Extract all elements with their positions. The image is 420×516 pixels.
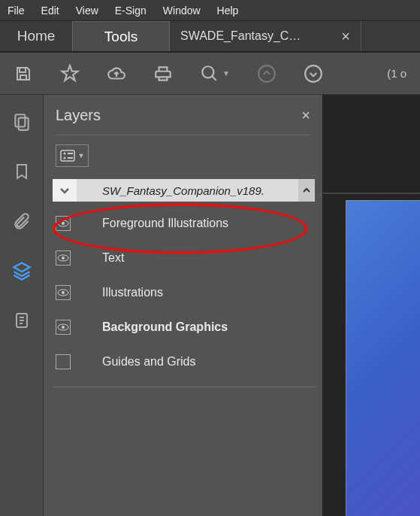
layer-name: Illustrations <box>83 286 163 299</box>
scroll-up-icon[interactable] <box>298 179 315 202</box>
tab-document-title: SWADE_Fantasy_C… <box>180 29 334 43</box>
menu-window[interactable]: Window <box>160 3 204 18</box>
menu-bar: File Edit View E-Sign Window Help <box>0 0 420 21</box>
svg-rect-3 <box>15 114 25 126</box>
tab-home[interactable]: Home <box>0 21 72 51</box>
layer-name: Text <box>83 251 124 265</box>
layer-row[interactable]: Illustrations <box>48 275 322 310</box>
svg-point-7 <box>63 153 65 155</box>
layers-panel-header: Layers × <box>44 102 322 135</box>
zoom-icon[interactable] <box>200 64 219 83</box>
tabs-row: Home Tools SWADE_Fantasy_C… × <box>0 21 420 53</box>
page-up-icon[interactable] <box>257 64 276 83</box>
layers-icon[interactable] <box>11 260 32 281</box>
main-area: Layers × ▼ SW_Fantasy_Companion_v189. <box>0 95 420 516</box>
tab-tools[interactable]: Tools <box>72 21 170 51</box>
zoom-dropdown-icon[interactable]: ▼ <box>222 69 230 77</box>
svg-point-12 <box>62 222 65 225</box>
svg-rect-8 <box>68 153 73 154</box>
svg-point-18 <box>62 326 65 329</box>
page-nav-icon[interactable] <box>11 310 32 331</box>
layer-row[interactable]: Foreground Illustrations <box>48 206 322 241</box>
print-icon[interactable] <box>153 64 173 83</box>
menu-view[interactable]: View <box>73 3 101 18</box>
chevron-down-icon: ▼ <box>78 152 85 159</box>
page-down-icon[interactable] <box>304 64 323 83</box>
visibility-toggle[interactable] <box>56 250 71 266</box>
visibility-toggle[interactable] <box>56 216 71 231</box>
svg-rect-10 <box>68 157 73 159</box>
menu-esign[interactable]: E-Sign <box>112 3 150 18</box>
page-indicator: (1 o <box>387 67 406 80</box>
layer-group-name: SW_Fantasy_Companion_v189. <box>77 184 298 197</box>
layers-panel-close-icon[interactable]: × <box>301 107 310 124</box>
layer-row[interactable]: Text <box>48 241 322 275</box>
divider <box>323 193 420 194</box>
visibility-toggle[interactable] <box>56 285 71 300</box>
layer-name: Guides and Grids <box>83 355 196 369</box>
tab-document[interactable]: SWADE_Fantasy_C… × <box>170 21 361 51</box>
svg-point-1 <box>258 65 275 82</box>
visibility-toggle[interactable] <box>56 320 71 335</box>
svg-point-9 <box>63 157 65 159</box>
cloud-upload-icon[interactable] <box>107 64 126 83</box>
collapse-chevron-icon[interactable] <box>53 179 77 202</box>
layer-options-button[interactable]: ▼ <box>56 144 89 167</box>
toolbar: ▼ (1 o <box>0 53 420 95</box>
layer-row[interactable]: Guides and Grids <box>48 345 322 379</box>
star-icon[interactable] <box>60 64 80 83</box>
bookmark-icon[interactable] <box>11 161 32 182</box>
layer-tree: SW_Fantasy_Companion_v189. Foreground Il… <box>44 179 322 387</box>
svg-rect-4 <box>18 118 28 130</box>
save-icon[interactable] <box>14 64 33 83</box>
svg-point-16 <box>62 291 65 294</box>
tab-document-close-icon[interactable]: × <box>341 28 350 45</box>
divider <box>53 387 315 387</box>
layers-panel: Layers × ▼ SW_Fantasy_Companion_v189. <box>44 95 323 516</box>
layer-row[interactable]: Background Graphics <box>48 310 322 345</box>
svg-point-14 <box>62 256 65 260</box>
menu-edit[interactable]: Edit <box>38 3 62 18</box>
thumbnails-icon[interactable] <box>11 111 32 132</box>
visibility-toggle[interactable] <box>56 354 71 369</box>
document-page-preview[interactable] <box>346 200 420 516</box>
layer-name: Foreground Illustrations <box>83 217 228 230</box>
left-nav <box>0 95 44 516</box>
menu-help[interactable]: Help <box>214 3 242 18</box>
svg-point-0 <box>202 66 213 77</box>
layers-panel-title: Layers <box>56 107 301 124</box>
svg-rect-6 <box>61 150 74 161</box>
attachment-icon[interactable] <box>11 211 32 232</box>
menu-file[interactable]: File <box>5 3 28 18</box>
layer-name: Background Graphics <box>83 320 228 334</box>
layer-group-top[interactable]: SW_Fantasy_Companion_v189. <box>53 179 315 202</box>
document-area[interactable] <box>323 95 420 516</box>
svg-point-2 <box>305 65 322 82</box>
